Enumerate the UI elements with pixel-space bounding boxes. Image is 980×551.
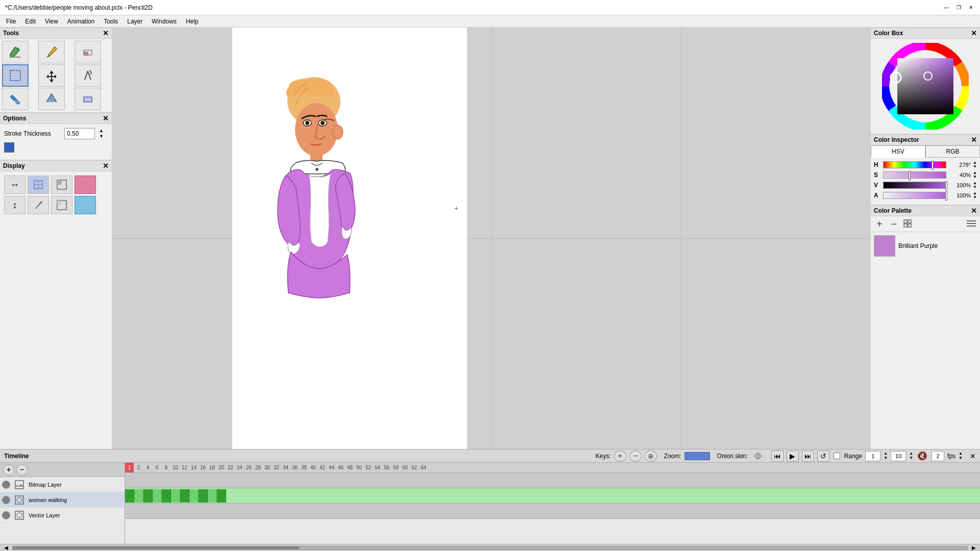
timeline-close[interactable]: ✕ — [970, 452, 976, 460]
volume-btn[interactable]: 🔇 — [916, 450, 928, 462]
frame-num-62[interactable]: 62 — [410, 463, 419, 472]
pen-overlay-btn[interactable] — [28, 196, 49, 214]
fps-input[interactable] — [932, 451, 944, 461]
blue-swatch-btn[interactable] — [75, 196, 96, 214]
brilliant-purple-swatch[interactable] — [874, 235, 895, 257]
frame-num-56[interactable]: 56 — [382, 463, 391, 472]
frame-num-54[interactable]: 54 — [373, 463, 382, 472]
keys-add-btn[interactable]: + — [614, 450, 626, 462]
frame-num-18[interactable]: 18 — [208, 463, 217, 472]
range-start-input[interactable] — [865, 451, 880, 461]
frame-num-16[interactable]: 16 — [199, 463, 208, 472]
range-end-input[interactable] — [891, 451, 906, 461]
tools-panel-close[interactable]: ✕ — [103, 29, 109, 37]
frame-num-64[interactable]: 64 — [419, 463, 428, 472]
zoom-slider[interactable] — [684, 452, 710, 460]
layer-name-women-walking[interactable]: women walking — [29, 497, 122, 503]
color-palette-close[interactable]: ✕ — [971, 207, 977, 215]
flip-horizontal-btn[interactable]: ↔ — [4, 176, 26, 194]
thickness-up-arrow[interactable]: ▲ — [99, 128, 104, 134]
frame-num-1[interactable]: 1 — [125, 463, 134, 472]
cp-add-btn[interactable]: + — [874, 218, 885, 230]
tab-rgb[interactable]: RGB — [925, 145, 980, 158]
s-slider[interactable] — [883, 171, 946, 179]
scroll-right-arrow[interactable]: ▶ — [970, 545, 978, 550]
frame-num-42[interactable]: 42 — [318, 463, 327, 472]
keyframe-11[interactable] — [217, 489, 226, 503]
layer-name-vector[interactable]: Vector Layer — [29, 512, 122, 518]
options-panel-close[interactable]: ✕ — [103, 114, 109, 122]
frame-num-50[interactable]: 50 — [355, 463, 364, 472]
h-slider[interactable] — [883, 161, 946, 168]
scroll-thumb[interactable] — [13, 546, 299, 549]
pencil-tool[interactable] — [38, 41, 65, 63]
close-button[interactable]: ✕ — [967, 4, 975, 12]
frame-num-20[interactable]: 20 — [217, 463, 226, 472]
menu-view[interactable]: View — [41, 17, 62, 26]
h-down-arrow[interactable]: ▼ — [973, 165, 977, 169]
frame-num-10[interactable]: 10 — [171, 463, 180, 472]
minimize-button[interactable]: — — [942, 4, 950, 12]
frame-num-28[interactable]: 28 — [254, 463, 263, 472]
cp-remove-btn[interactable]: − — [888, 218, 899, 230]
a-down-arrow[interactable]: ▼ — [973, 195, 977, 199]
menu-layer[interactable]: Layer — [123, 17, 146, 26]
keyframe-7[interactable] — [180, 489, 189, 503]
keyframe-5[interactable] — [162, 489, 171, 503]
frame-num-38[interactable]: 38 — [300, 463, 309, 472]
pink-swatch-btn[interactable] — [75, 176, 96, 194]
frame-num-60[interactable]: 60 — [401, 463, 410, 472]
eraser-tool[interactable] — [75, 41, 101, 63]
frame-num-48[interactable]: 48 — [346, 463, 355, 472]
color-inspector-close[interactable]: ✕ — [971, 136, 977, 144]
scroll-track[interactable] — [12, 546, 968, 550]
frame-num-26[interactable]: 26 — [244, 463, 254, 472]
frame-num-14[interactable]: 14 — [189, 463, 199, 472]
menu-animation[interactable]: Animation — [63, 17, 99, 26]
frame-num-32[interactable]: 32 — [272, 463, 281, 472]
frame-num-22[interactable]: 22 — [226, 463, 235, 472]
stroke-color-swatch[interactable] — [4, 142, 14, 153]
frame-num-8[interactable]: 8 — [162, 463, 171, 472]
paint-bucket[interactable] — [2, 88, 29, 110]
frame-num-44[interactable]: 44 — [327, 463, 336, 472]
frame-num-6[interactable]: 6 — [153, 463, 162, 472]
layer-eye-bitmap[interactable] — [2, 481, 10, 489]
selection-tool[interactable] — [2, 64, 29, 87]
color-box-close[interactable]: ✕ — [971, 29, 977, 37]
keyframe-3[interactable] — [143, 489, 153, 503]
frame-num-52[interactable]: 52 — [364, 463, 373, 472]
cp-menu-btn[interactable] — [966, 218, 977, 230]
a-slider-thumb[interactable] — [945, 191, 947, 201]
frame-num-30[interactable]: 30 — [263, 463, 272, 472]
gradient-tool[interactable] — [38, 88, 65, 110]
flip-vertical-btn[interactable]: ↕ — [4, 196, 26, 214]
play-forward-btn[interactable]: ⏭ — [802, 450, 814, 462]
scroll-left-arrow[interactable]: ◀ — [2, 545, 10, 550]
loop-btn[interactable]: ↺ — [817, 450, 829, 462]
color-wheel-container[interactable] — [871, 39, 980, 134]
menu-tools[interactable]: Tools — [100, 17, 122, 26]
display-panel-close[interactable]: ✕ — [103, 162, 109, 170]
frame-num-34[interactable]: 34 — [281, 463, 290, 472]
transform-tool[interactable] — [75, 88, 101, 110]
overlay-blue-btn[interactable] — [28, 176, 49, 194]
v-slider[interactable] — [883, 182, 946, 189]
pen-tool[interactable] — [75, 64, 101, 87]
frame-num-40[interactable]: 40 — [309, 463, 318, 472]
play-start-btn[interactable]: ⏮ — [771, 450, 783, 462]
frame-num-46[interactable]: 46 — [336, 463, 346, 472]
range-checkbox[interactable] — [834, 453, 840, 459]
a-slider[interactable] — [883, 192, 946, 199]
frame-num-24[interactable]: 24 — [235, 463, 244, 472]
v-slider-thumb[interactable] — [945, 181, 947, 190]
layer-eye-vector[interactable] — [2, 511, 10, 519]
maximize-button[interactable]: ❐ — [954, 4, 963, 12]
clear-tool[interactable] — [2, 41, 29, 63]
menu-file[interactable]: File — [2, 17, 20, 26]
frame-num-4[interactable]: 4 — [143, 463, 153, 472]
move-tool[interactable] — [38, 64, 65, 87]
s-down-arrow[interactable]: ▼ — [973, 175, 977, 179]
overlay-grey2-btn[interactable] — [51, 196, 72, 214]
keys-dup-btn[interactable]: ⊕ — [645, 450, 657, 462]
